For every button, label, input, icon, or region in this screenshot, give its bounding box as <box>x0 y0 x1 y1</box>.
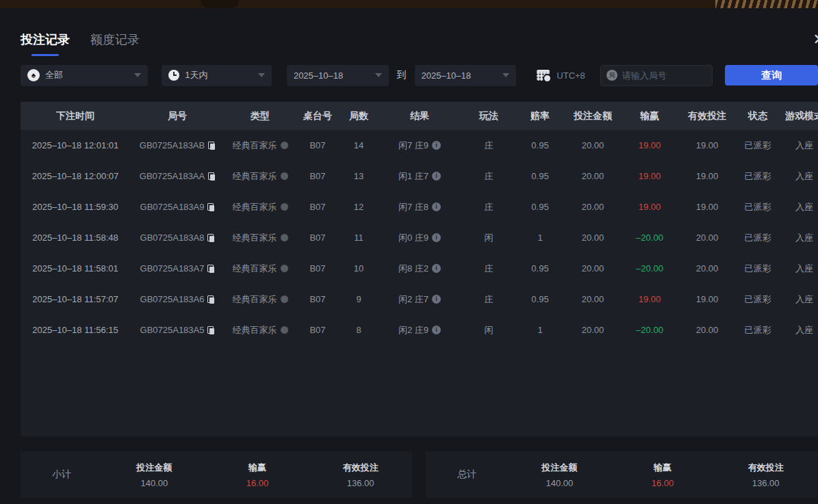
info-icon[interactable] <box>432 326 441 334</box>
tab-quota-records[interactable]: 额度记录 <box>90 31 140 56</box>
subtotal-winloss: 输赢 16.00 <box>206 462 309 488</box>
round-id-cell: GB0725A183A5 <box>130 315 225 345</box>
round-no-cell: 10 <box>340 253 378 284</box>
status-cell: 已派彩 <box>737 315 779 345</box>
copy-icon[interactable] <box>207 265 214 273</box>
total-bet-amount-label: 投注金额 <box>508 462 611 474</box>
tab-bet-records[interactable]: 投注记录 <box>21 31 70 56</box>
bet-amount-cell: 20.00 <box>564 315 622 345</box>
copy-icon[interactable] <box>207 203 214 211</box>
calendar-clock-icon[interactable] <box>537 70 550 81</box>
type-detail-icon[interactable] <box>281 203 288 211</box>
col-header-type: 类型 <box>225 102 296 130</box>
bet-time-cell: 2025–10–18 12:00:07 <box>21 161 130 191</box>
round-id-value: GB0725A183AB <box>140 140 205 150</box>
bet-time-cell: 2025–10–18 11:59:30 <box>21 191 130 222</box>
total-bet-amount: 投注金额 140.00 <box>508 462 611 488</box>
info-icon[interactable] <box>432 141 441 150</box>
total-winloss-label: 输赢 <box>611 462 715 474</box>
query-button[interactable]: 查询 <box>725 65 818 85</box>
subtotal-bet-amount: 投注金额 140.00 <box>103 462 206 488</box>
game-mode-cell: 入座 <box>779 253 818 284</box>
type-cell: 经典百家乐 <box>225 130 296 161</box>
round-id-value: GB0725A183A8 <box>140 233 205 243</box>
info-icon[interactable] <box>432 295 441 304</box>
bet-records-table: 下注时间 局号 类型 桌台号 局数 结果 玩法 赔率 投注金额 输赢 有效投注 … <box>21 102 818 436</box>
result-cell: 闲0 庄9 <box>378 222 461 253</box>
type-detail-icon[interactable] <box>281 142 288 149</box>
odds-cell: 1 <box>516 315 564 345</box>
table-no-cell: B07 <box>296 191 340 222</box>
info-icon[interactable] <box>432 172 441 181</box>
subtotal-label: 小计 <box>21 468 103 481</box>
table-row: 2025–10–18 11:59:30 GB0725A183A9 经典百家乐 B… <box>21 191 818 222</box>
total-winloss: 输赢 16.00 <box>611 462 715 488</box>
round-no-cell: 12 <box>340 191 378 222</box>
info-icon[interactable] <box>432 264 441 273</box>
bet-time-cell: 2025–10–18 11:57:07 <box>21 284 130 315</box>
info-icon[interactable] <box>432 233 441 242</box>
total-valid-bet: 有效投注 136.00 <box>714 462 817 488</box>
table-no-cell: B07 <box>296 315 340 345</box>
status-cell: 已派彩 <box>737 191 779 222</box>
game-filter-value: 全部 <box>45 69 63 81</box>
type-detail-icon[interactable] <box>281 172 288 180</box>
type-value: 经典百家乐 <box>233 263 277 275</box>
copy-icon[interactable] <box>207 295 214 304</box>
background-table-scene <box>0 0 818 8</box>
play-cell: 庄 <box>461 130 516 161</box>
chevron-down-icon <box>258 73 265 77</box>
status-cell: 已派彩 <box>737 222 779 253</box>
bet-amount-cell: 20.00 <box>564 253 622 284</box>
type-value: 经典百家乐 <box>233 232 277 244</box>
round-search-input[interactable] <box>622 70 707 81</box>
winloss-value: –20.00 <box>636 263 663 274</box>
type-detail-icon[interactable] <box>281 234 288 241</box>
round-id-cell: GB0725A183A7 <box>130 253 225 284</box>
game-filter-dropdown[interactable]: ♠ 全部 <box>21 65 148 86</box>
bet-amount-cell: 20.00 <box>564 161 622 191</box>
clock-icon <box>168 70 179 81</box>
time-range-dropdown[interactable]: 1天内 <box>162 65 272 86</box>
winloss-cell: 19.00 <box>622 191 678 222</box>
copy-icon[interactable] <box>208 172 215 181</box>
copy-icon[interactable] <box>207 234 214 242</box>
type-value: 经典百家乐 <box>233 201 277 213</box>
date-from-dropdown[interactable]: 2025–10–18 <box>287 65 389 86</box>
subtotal-bet-amount-value: 140.00 <box>103 478 206 488</box>
total-label: 总计 <box>426 468 508 481</box>
table-row: 2025–10–18 12:01:01 GB0725A183AB 经典百家乐 B… <box>21 130 818 161</box>
round-id-cell: GB0725A183AA <box>130 161 225 191</box>
col-header-game-mode: 游戏模式 <box>779 102 818 130</box>
type-cell: 经典百家乐 <box>225 253 296 284</box>
type-detail-icon[interactable] <box>281 326 288 334</box>
play-cell: 庄 <box>461 284 516 315</box>
col-header-round-id: 局号 <box>130 102 225 130</box>
odds-cell: 1 <box>516 222 564 253</box>
chevron-down-icon <box>502 73 509 77</box>
type-detail-icon[interactable] <box>281 265 288 272</box>
play-cell: 闲 <box>461 222 516 253</box>
type-detail-icon[interactable] <box>281 295 288 303</box>
close-icon[interactable]: ✕ <box>813 31 818 49</box>
subtotal-panel: 小计 投注金额 140.00 输赢 16.00 有效投注 136.00 <box>21 451 412 498</box>
result-cell: 闲1 庄7 <box>378 161 461 191</box>
round-search-field[interactable]: 局 <box>600 65 713 86</box>
total-valid-bet-value: 136.00 <box>714 478 817 488</box>
odds-cell: 0.95 <box>516 284 564 315</box>
round-id-cell: GB0725A183AB <box>130 130 225 161</box>
valid-bet-cell: 19.00 <box>678 191 737 222</box>
round-id-value: GB0725A183A7 <box>140 263 205 274</box>
bet-time-cell: 2025–10–18 12:01:01 <box>21 130 130 161</box>
status-cell: 已派彩 <box>737 253 779 284</box>
copy-icon[interactable] <box>208 142 215 150</box>
bet-time-cell: 2025–10–18 11:58:01 <box>21 253 130 284</box>
result-value: 闲7 庄8 <box>398 201 429 213</box>
table-row: 2025–10–18 11:58:48 GB0725A183A8 经典百家乐 B… <box>21 222 818 253</box>
result-value: 闲0 庄9 <box>398 232 429 244</box>
info-icon[interactable] <box>432 202 441 211</box>
tab-bar: 投注记录 额度记录 <box>0 8 818 56</box>
result-cell: 闲2 庄9 <box>378 315 461 345</box>
copy-icon[interactable] <box>207 326 214 334</box>
date-to-dropdown[interactable]: 2025–10–18 <box>415 65 517 86</box>
